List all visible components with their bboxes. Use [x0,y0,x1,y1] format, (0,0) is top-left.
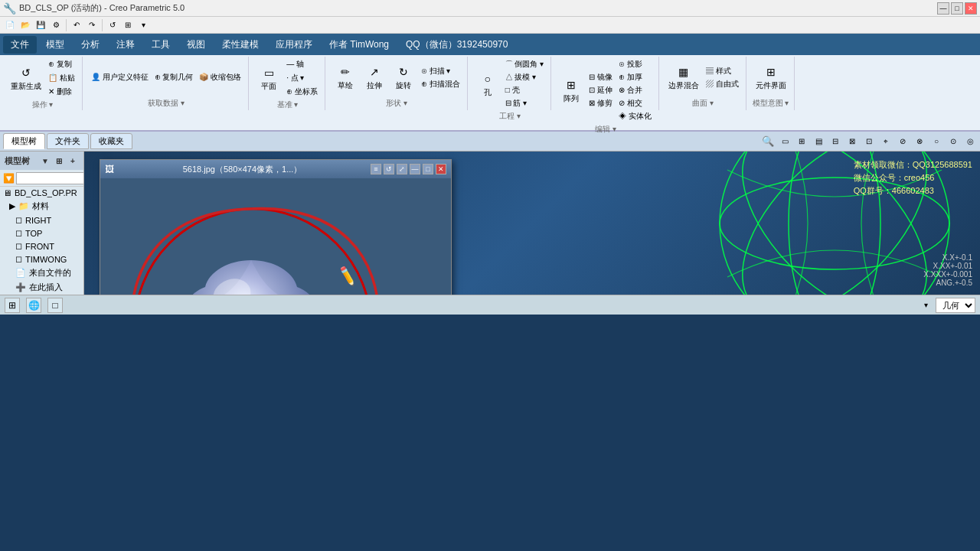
btn-regenerate[interactable]: ↺ 重新生成 [8,63,44,93]
img-win-fullscreen-icon[interactable]: ⤢ [397,164,407,174]
redo-icon[interactable]: ↷ [85,18,99,32]
img-win-restore-icon[interactable]: □ [423,164,433,174]
view-mode-11-icon[interactable]: ⊙ [946,135,960,148]
save-icon[interactable]: 💾 [34,18,47,32]
view-mode-7-icon[interactable]: ⌖ [879,135,893,148]
menu-tools[interactable]: 工具 [144,36,178,54]
btn-trim[interactable]: ⊠ 修剪 [586,97,615,109]
btn-sweep[interactable]: ⊙ 扫描 ▾ [419,65,462,77]
menu-author[interactable]: 作者 TimWong [322,36,397,54]
menu-qq[interactable]: QQ（微信）3192450970 [398,36,515,54]
btn-fillet[interactable]: ⌒ 倒圆角 ▾ [503,58,547,70]
regenerate-icon[interactable]: ↺ [106,18,119,32]
btn-copy-geom[interactable]: ⊕ 复制几何 [152,71,196,83]
btn-copy[interactable]: ⊕ 复制 [46,58,77,70]
menu-apps[interactable]: 应用程序 [268,36,320,54]
tree-item-front[interactable]: ◻ FRONT [0,240,83,253]
btn-point[interactable]: · 点 ▾ [284,72,320,84]
btn-blend[interactable]: ⊕ 扫描混合 [419,78,462,90]
view-mode-4-icon[interactable]: ⊟ [828,135,842,148]
img-win-rotate-icon[interactable]: ↺ [384,164,394,174]
status-3d-icon[interactable]: 🌐 [26,298,41,313]
btn-shell[interactable]: □ 壳 [503,84,547,96]
settings-icon[interactable]: ⚙ [49,18,63,32]
view-mode-10-icon[interactable]: ○ [929,135,943,148]
btn-hole[interactable]: ○ 孔 [474,69,501,99]
tree-item-right[interactable]: ◻ RIGHT [0,214,83,227]
tree-item-top[interactable]: ◻ TOP [0,227,83,240]
btn-revolve[interactable]: ↻ 旋转 [390,62,417,93]
sidebar-filter-icon[interactable]: ▼ [39,155,51,167]
tree-fromfile-icon: 📄 [15,268,26,278]
tree-item-timwong[interactable]: ◻ TIMWONG [0,253,83,266]
minimize-button[interactable]: — [937,2,949,15]
btn-array[interactable]: ⊞ 阵列 [557,75,585,106]
img-win-close-icon[interactable]: ✕ [436,164,446,174]
view-mode-6-icon[interactable]: ⊡ [862,135,876,148]
tree-search-input[interactable] [16,172,83,184]
open-file-icon[interactable]: 📂 [18,18,32,32]
btn-project[interactable]: ⊙ 投影 [616,58,654,70]
btn-user-feature[interactable]: 👤 用户定义特征 [89,71,151,83]
status-snap-icon[interactable]: □ [47,298,63,313]
tree-item-root[interactable]: 🖥 BD_CLS_OP.PR [0,187,83,199]
close-button[interactable]: ✕ [965,2,977,15]
more-icon[interactable]: ▾ [136,18,150,32]
view-mode-9-icon[interactable]: ⊗ [913,135,926,148]
btn-component-interface[interactable]: ⊞ 元件界面 [753,62,789,93]
btn-merge[interactable]: ⊗ 合并 [616,84,654,96]
sidebar-add-icon[interactable]: + [67,155,79,167]
menu-view[interactable]: 视图 [179,36,213,54]
status-grid-icon[interactable]: ⊞ [5,298,20,313]
btn-extrude[interactable]: ↗ 拉伸 [361,62,388,93]
btn-mirror[interactable]: ⊟ 镜像 [586,71,615,83]
tab-favorites[interactable]: 收藏夹 [90,133,132,149]
btn-extend[interactable]: ⊡ 延伸 [586,84,615,96]
zoom-in-icon[interactable]: 🔍 [761,135,775,148]
view-mode-5-icon[interactable]: ⊠ [845,135,859,148]
btn-paste[interactable]: 📋 粘贴 [46,72,77,84]
sidebar-settings-icon[interactable]: ⊞ [53,155,65,167]
array-icon: ⊞ [563,77,580,93]
canvas-area[interactable]: 🖼 5618.jpg（580×474像素，1...） ≡ ↺ ⤢ — □ ✕ [84,152,980,295]
tree-item-insert[interactable]: ➕ 在此插入 [0,280,83,295]
btn-axis[interactable]: — 轴 [284,58,320,70]
menu-flexible[interactable]: 柔性建模 [214,36,266,54]
btn-coord[interactable]: ⊕ 坐标系 [284,86,320,98]
tab-folder[interactable]: 文件夹 [47,133,89,149]
maximize-button[interactable]: □ [951,2,963,15]
geometry-select[interactable]: 几何 特征 零件 [936,298,975,313]
btn-solidify[interactable]: ◈ 实体化 [616,110,654,122]
new-file-icon[interactable]: 📄 [3,18,17,32]
btn-freestyle[interactable]: ▨ 自由式 [704,78,741,90]
btn-intersect[interactable]: ⊘ 相交 [616,97,654,109]
btn-thicken[interactable]: ⊕ 加厚 [616,71,654,83]
btn-rib[interactable]: ⊟ 筋 ▾ [503,97,547,109]
img-win-menu-icon[interactable]: ≡ [371,164,381,174]
btn-style[interactable]: ▤ 样式 [704,65,741,77]
view-mode-8-icon[interactable]: ⊘ [896,135,910,148]
view-mode-2-icon[interactable]: ⊞ [795,135,808,148]
view-mode-12-icon[interactable]: ◎ [963,135,977,148]
btn-delete[interactable]: ✕ 删除 [46,86,77,98]
btn-boundary-blend[interactable]: ▦ 边界混合 [665,62,702,93]
img-win-minimize-icon[interactable]: — [410,164,420,174]
btn-draft[interactable]: △ 拔模 ▾ [503,71,547,83]
tree-item-fromfile[interactable]: 📄 来自文件的 [0,266,83,280]
menu-analysis[interactable]: 分析 [74,36,107,54]
btn-shrink[interactable]: 📦 收缩包络 [197,71,243,83]
image-preview-window[interactable]: 🖼 5618.jpg（580×474像素，1...） ≡ ↺ ⤢ — □ ✕ [100,159,452,295]
tree-item-materials[interactable]: ▶ 📁 材料 [0,199,83,214]
view-mode-1-icon[interactable]: ▭ [778,135,792,148]
btn-sketch[interactable]: ✏ 草绘 [332,62,359,93]
menu-model[interactable]: 模型 [38,36,72,54]
filter-icon: 🔽 [3,173,15,184]
extra-icon[interactable]: ⊞ [121,18,135,32]
menu-file[interactable]: 文件 [3,36,37,54]
undo-icon[interactable]: ↶ [70,18,83,32]
tab-model-tree[interactable]: 模型树 [3,133,45,149]
btn-plane[interactable]: ▭ 平面 [255,63,283,93]
status-filter-icon[interactable]: ▾ [919,298,933,312]
menu-annotation[interactable]: 注释 [109,36,142,54]
view-mode-3-icon[interactable]: ▤ [812,135,825,148]
